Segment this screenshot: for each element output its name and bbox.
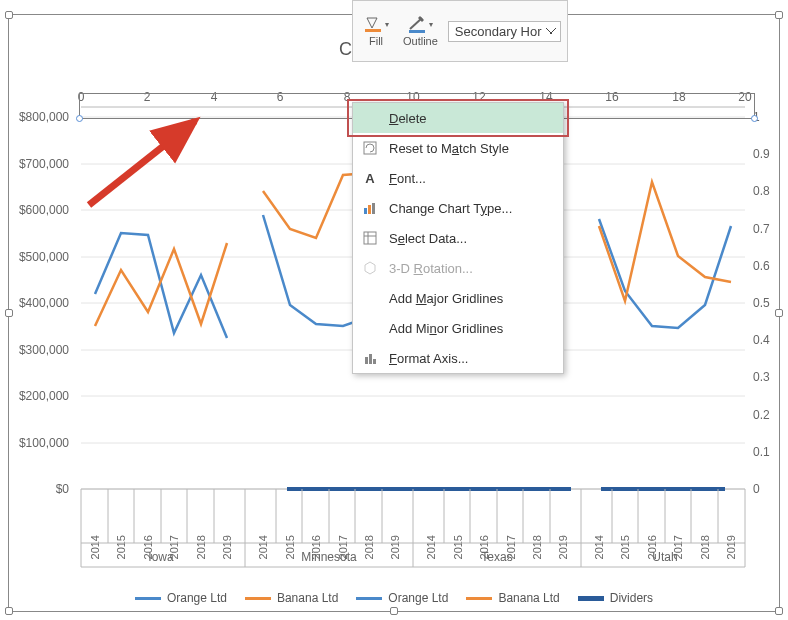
svg-text:2015: 2015 [619,535,631,559]
svg-rect-100 [409,30,425,33]
svg-text:$0: $0 [56,482,70,496]
svg-rect-102 [364,208,367,214]
chart-legend[interactable]: Orange Ltd Banana Ltd Orange Ltd Banana … [9,591,779,605]
selection-handle[interactable] [751,115,758,122]
svg-text:0.7: 0.7 [753,222,770,236]
svg-text:2019: 2019 [557,535,569,559]
format-axis-icon [361,351,379,365]
svg-text:2019: 2019 [221,535,233,559]
svg-text:Minnesota: Minnesota [301,550,357,564]
svg-text:$700,000: $700,000 [19,157,69,171]
svg-rect-109 [369,354,372,364]
svg-text:2015: 2015 [452,535,464,559]
svg-text:$200,000: $200,000 [19,389,69,403]
chart-type-icon [361,201,379,215]
legend-item[interactable]: Banana Ltd [245,591,338,605]
svg-text:2019: 2019 [725,535,737,559]
svg-text:0.8: 0.8 [753,184,770,198]
svg-text:2018: 2018 [195,535,207,559]
svg-text:0.9: 0.9 [753,147,770,161]
callout-highlight [347,99,569,137]
secondary-y-axis[interactable]: 0 0.1 0.2 0.3 0.4 0.5 0.6 0.7 0.8 0.9 1 [753,110,770,496]
svg-rect-110 [373,359,376,364]
svg-text:0.6: 0.6 [753,259,770,273]
svg-text:Iowa: Iowa [148,550,174,564]
svg-text:2018: 2018 [363,535,375,559]
svg-text:$300,000: $300,000 [19,343,69,357]
menu-format-axis[interactable]: Format Axis... [353,343,563,373]
svg-text:2014: 2014 [593,535,605,559]
menu-3d-rotation: 3-D Rotation... [353,253,563,283]
svg-text:0.4: 0.4 [753,333,770,347]
menu-font[interactable]: A Font... [353,163,563,193]
svg-text:0.2: 0.2 [753,408,770,422]
menu-add-minor-gridlines[interactable]: Add Minor Gridlines [353,313,563,343]
font-icon: A [361,171,379,186]
chevron-down-icon: ▾ [385,20,389,29]
svg-text:$400,000: $400,000 [19,296,69,310]
menu-reset-style[interactable]: Reset to Match Style [353,133,563,163]
svg-text:$100,000: $100,000 [19,436,69,450]
mini-toolbar[interactable]: ▾ Fill ▾ Outline Secondary Hor [352,0,568,62]
rotation-icon [361,261,379,275]
svg-text:0.3: 0.3 [753,370,770,384]
outline-button[interactable]: ▾ Outline [399,13,442,49]
legend-item[interactable]: Banana Ltd [466,591,559,605]
svg-text:0.5: 0.5 [753,296,770,310]
legend-item[interactable]: Orange Ltd [356,591,448,605]
svg-text:2019: 2019 [389,535,401,559]
svg-text:Texas: Texas [481,550,512,564]
svg-text:$500,000: $500,000 [19,250,69,264]
primary-y-axis[interactable]: $0 $100,000 $200,000 $300,000 $400,000 $… [19,110,69,496]
svg-text:$600,000: $600,000 [19,203,69,217]
menu-change-chart-type[interactable]: Change Chart Type... [353,193,563,223]
selection-handle[interactable] [76,115,83,122]
svg-text:0: 0 [753,482,760,496]
chevron-down-icon: ▾ [429,20,433,29]
menu-delete[interactable]: Delete [353,103,563,133]
svg-rect-99 [365,29,381,32]
legend-item[interactable]: Orange Ltd [135,591,227,605]
svg-rect-104 [372,203,375,214]
svg-text:2018: 2018 [531,535,543,559]
outline-icon [407,15,427,33]
chart-title: C [339,39,352,59]
context-menu[interactable]: Delete Reset to Match Style A Font... Ch… [352,102,564,374]
fill-button[interactable]: ▾ Fill [359,13,393,49]
svg-rect-105 [364,232,376,244]
svg-text:0.1: 0.1 [753,445,770,459]
svg-text:Utah: Utah [652,550,677,564]
reset-icon [361,141,379,155]
legend-item[interactable]: Dividers [578,591,653,605]
menu-add-major-gridlines[interactable]: Add Major Gridlines [353,283,563,313]
svg-text:$800,000: $800,000 [19,110,69,124]
svg-text:2014: 2014 [425,535,437,559]
svg-text:2015: 2015 [115,535,127,559]
select-data-icon [361,231,379,245]
fill-icon [363,15,383,33]
svg-rect-103 [368,205,371,214]
menu-select-data[interactable]: Select Data... [353,223,563,253]
chart-element-selector[interactable]: Secondary Hor [448,21,561,42]
svg-text:2018: 2018 [699,535,711,559]
svg-text:2015: 2015 [284,535,296,559]
svg-text:2014: 2014 [89,535,101,559]
svg-text:2014: 2014 [257,535,269,559]
svg-rect-108 [365,357,368,364]
